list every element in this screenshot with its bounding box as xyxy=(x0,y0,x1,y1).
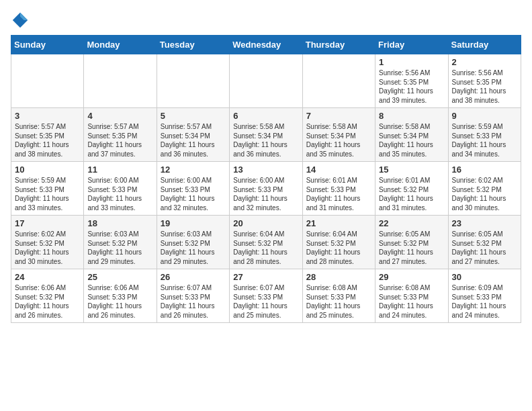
weekday-header: Monday xyxy=(84,36,157,54)
calendar-week-row: 24Sunrise: 6:06 AM Sunset: 5:32 PM Dayli… xyxy=(11,269,521,323)
day-number: 17 xyxy=(15,218,80,228)
calendar-cell: 28Sunrise: 6:08 AM Sunset: 5:33 PM Dayli… xyxy=(302,269,375,323)
day-number: 2 xyxy=(452,57,517,67)
cell-info: Sunrise: 6:00 AM Sunset: 5:33 PM Dayligh… xyxy=(161,176,226,212)
cell-info: Sunrise: 6:09 AM Sunset: 5:33 PM Dayligh… xyxy=(452,283,517,320)
calendar-cell: 27Sunrise: 6:07 AM Sunset: 5:33 PM Dayli… xyxy=(230,269,302,323)
calendar-cell: 18Sunrise: 6:03 AM Sunset: 5:32 PM Dayli… xyxy=(84,216,157,269)
calendar-cell: 4Sunrise: 5:57 AM Sunset: 5:35 PM Daylig… xyxy=(84,108,157,162)
cell-info: Sunrise: 5:57 AM Sunset: 5:34 PM Dayligh… xyxy=(161,122,226,158)
calendar-cell: 7Sunrise: 5:58 AM Sunset: 5:34 PM Daylig… xyxy=(302,108,375,162)
cell-info: Sunrise: 6:08 AM Sunset: 5:33 PM Dayligh… xyxy=(379,283,444,320)
logo-icon xyxy=(11,11,30,30)
calendar-cell xyxy=(157,54,229,108)
day-number: 19 xyxy=(161,218,226,228)
calendar-cell: 8Sunrise: 5:58 AM Sunset: 5:34 PM Daylig… xyxy=(375,108,448,162)
weekday-header: Wednesday xyxy=(230,36,302,54)
day-number: 1 xyxy=(379,57,444,67)
calendar-cell: 19Sunrise: 6:03 AM Sunset: 5:32 PM Dayli… xyxy=(157,216,229,269)
day-number: 22 xyxy=(379,218,444,228)
weekday-header: Tuesday xyxy=(157,36,229,54)
day-number: 8 xyxy=(379,111,444,121)
day-number: 24 xyxy=(15,272,80,282)
calendar-cell: 25Sunrise: 6:06 AM Sunset: 5:33 PM Dayli… xyxy=(84,269,157,323)
calendar-cell xyxy=(84,54,157,108)
calendar-cell: 30Sunrise: 6:09 AM Sunset: 5:33 PM Dayli… xyxy=(448,269,521,323)
cell-info: Sunrise: 6:04 AM Sunset: 5:32 PM Dayligh… xyxy=(306,230,371,266)
day-number: 23 xyxy=(452,218,517,228)
calendar-cell: 16Sunrise: 6:02 AM Sunset: 5:32 PM Dayli… xyxy=(448,162,521,216)
cell-info: Sunrise: 6:01 AM Sunset: 5:33 PM Dayligh… xyxy=(306,176,371,212)
calendar-cell xyxy=(302,54,375,108)
calendar-cell: 14Sunrise: 6:01 AM Sunset: 5:33 PM Dayli… xyxy=(302,162,375,216)
calendar-cell: 29Sunrise: 6:08 AM Sunset: 5:33 PM Dayli… xyxy=(375,269,448,323)
calendar-cell: 12Sunrise: 6:00 AM Sunset: 5:33 PM Dayli… xyxy=(157,162,229,216)
day-number: 26 xyxy=(161,272,226,282)
weekday-header: Friday xyxy=(375,36,448,54)
calendar-header-row: SundayMondayTuesdayWednesdayThursdayFrid… xyxy=(11,36,521,54)
cell-info: Sunrise: 5:58 AM Sunset: 5:34 PM Dayligh… xyxy=(306,122,371,158)
day-number: 4 xyxy=(87,111,152,121)
calendar-cell: 3Sunrise: 5:57 AM Sunset: 5:35 PM Daylig… xyxy=(11,108,84,162)
cell-info: Sunrise: 6:05 AM Sunset: 5:32 PM Dayligh… xyxy=(452,230,517,266)
cell-info: Sunrise: 6:06 AM Sunset: 5:33 PM Dayligh… xyxy=(87,283,152,320)
cell-info: Sunrise: 6:07 AM Sunset: 5:33 PM Dayligh… xyxy=(161,283,226,320)
day-number: 9 xyxy=(452,111,517,121)
cell-info: Sunrise: 6:03 AM Sunset: 5:32 PM Dayligh… xyxy=(161,230,226,266)
calendar-cell: 22Sunrise: 6:05 AM Sunset: 5:32 PM Dayli… xyxy=(375,216,448,269)
cell-info: Sunrise: 5:58 AM Sunset: 5:34 PM Dayligh… xyxy=(379,122,444,158)
day-number: 12 xyxy=(161,165,226,175)
day-number: 29 xyxy=(379,272,444,282)
calendar-cell: 2Sunrise: 5:56 AM Sunset: 5:35 PM Daylig… xyxy=(448,54,521,108)
calendar-cell: 13Sunrise: 6:00 AM Sunset: 5:33 PM Dayli… xyxy=(230,162,302,216)
calendar-cell: 26Sunrise: 6:07 AM Sunset: 5:33 PM Dayli… xyxy=(157,269,229,323)
calendar-week-row: 10Sunrise: 5:59 AM Sunset: 5:33 PM Dayli… xyxy=(11,162,521,216)
cell-info: Sunrise: 5:59 AM Sunset: 5:33 PM Dayligh… xyxy=(452,122,517,158)
cell-info: Sunrise: 5:56 AM Sunset: 5:35 PM Dayligh… xyxy=(452,68,517,105)
cell-info: Sunrise: 6:04 AM Sunset: 5:32 PM Dayligh… xyxy=(233,230,298,266)
day-number: 5 xyxy=(161,111,226,121)
day-number: 14 xyxy=(306,165,371,175)
cell-info: Sunrise: 6:06 AM Sunset: 5:32 PM Dayligh… xyxy=(15,283,80,320)
day-number: 18 xyxy=(87,218,152,228)
calendar-table: SundayMondayTuesdayWednesdayThursdayFrid… xyxy=(11,35,521,323)
cell-info: Sunrise: 6:01 AM Sunset: 5:32 PM Dayligh… xyxy=(379,176,444,212)
day-number: 11 xyxy=(87,165,152,175)
day-number: 16 xyxy=(452,165,517,175)
day-number: 6 xyxy=(233,111,298,121)
day-number: 13 xyxy=(233,165,298,175)
calendar-cell: 5Sunrise: 5:57 AM Sunset: 5:34 PM Daylig… xyxy=(157,108,229,162)
cell-info: Sunrise: 6:08 AM Sunset: 5:33 PM Dayligh… xyxy=(306,283,371,320)
weekday-header: Sunday xyxy=(11,36,84,54)
calendar-cell: 1Sunrise: 5:56 AM Sunset: 5:35 PM Daylig… xyxy=(375,54,448,108)
day-number: 27 xyxy=(233,272,298,282)
day-number: 15 xyxy=(379,165,444,175)
day-number: 3 xyxy=(15,111,80,121)
cell-info: Sunrise: 5:59 AM Sunset: 5:33 PM Dayligh… xyxy=(15,176,80,212)
day-number: 10 xyxy=(15,165,80,175)
logo xyxy=(11,11,32,30)
weekday-header: Saturday xyxy=(448,36,521,54)
cell-info: Sunrise: 6:07 AM Sunset: 5:33 PM Dayligh… xyxy=(233,283,298,320)
weekday-header: Thursday xyxy=(302,36,375,54)
cell-info: Sunrise: 6:00 AM Sunset: 5:33 PM Dayligh… xyxy=(87,176,152,212)
cell-info: Sunrise: 5:57 AM Sunset: 5:35 PM Dayligh… xyxy=(87,122,152,158)
cell-info: Sunrise: 6:02 AM Sunset: 5:32 PM Dayligh… xyxy=(15,230,80,266)
day-number: 7 xyxy=(306,111,371,121)
calendar-cell: 20Sunrise: 6:04 AM Sunset: 5:32 PM Dayli… xyxy=(230,216,302,269)
calendar-cell: 10Sunrise: 5:59 AM Sunset: 5:33 PM Dayli… xyxy=(11,162,84,216)
cell-info: Sunrise: 6:03 AM Sunset: 5:32 PM Dayligh… xyxy=(87,230,152,266)
calendar-week-row: 3Sunrise: 5:57 AM Sunset: 5:35 PM Daylig… xyxy=(11,108,521,162)
cell-info: Sunrise: 6:02 AM Sunset: 5:32 PM Dayligh… xyxy=(452,176,517,212)
calendar-cell xyxy=(11,54,84,108)
day-number: 21 xyxy=(306,218,371,228)
day-number: 20 xyxy=(233,218,298,228)
cell-info: Sunrise: 5:58 AM Sunset: 5:34 PM Dayligh… xyxy=(233,122,298,158)
calendar-cell: 21Sunrise: 6:04 AM Sunset: 5:32 PM Dayli… xyxy=(302,216,375,269)
cell-info: Sunrise: 5:57 AM Sunset: 5:35 PM Dayligh… xyxy=(15,122,80,158)
day-number: 25 xyxy=(87,272,152,282)
calendar-cell: 6Sunrise: 5:58 AM Sunset: 5:34 PM Daylig… xyxy=(230,108,302,162)
calendar-week-row: 17Sunrise: 6:02 AM Sunset: 5:32 PM Dayli… xyxy=(11,216,521,269)
page-header xyxy=(11,11,521,30)
cell-info: Sunrise: 6:00 AM Sunset: 5:33 PM Dayligh… xyxy=(233,176,298,212)
